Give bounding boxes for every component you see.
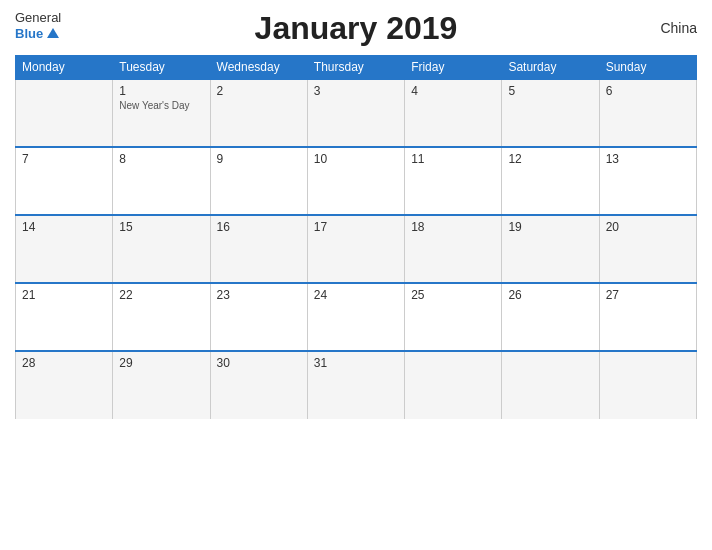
calendar-week-row: 21222324252627	[16, 283, 697, 351]
calendar-day-cell	[16, 79, 113, 147]
calendar-day-cell: 17	[307, 215, 404, 283]
day-number: 7	[22, 152, 106, 166]
header-friday: Friday	[405, 56, 502, 80]
day-number: 16	[217, 220, 301, 234]
header-sunday: Sunday	[599, 56, 696, 80]
header-monday: Monday	[16, 56, 113, 80]
calendar-day-cell: 31	[307, 351, 404, 419]
calendar-day-cell: 30	[210, 351, 307, 419]
day-number: 21	[22, 288, 106, 302]
day-number: 15	[119, 220, 203, 234]
header-wednesday: Wednesday	[210, 56, 307, 80]
calendar-day-cell	[502, 351, 599, 419]
calendar-day-cell: 26	[502, 283, 599, 351]
calendar-week-row: 78910111213	[16, 147, 697, 215]
calendar-day-cell: 29	[113, 351, 210, 419]
calendar-day-cell: 25	[405, 283, 502, 351]
calendar-day-cell: 24	[307, 283, 404, 351]
logo: General Blue	[15, 10, 61, 41]
day-number: 23	[217, 288, 301, 302]
calendar-day-cell: 23	[210, 283, 307, 351]
header-tuesday: Tuesday	[113, 56, 210, 80]
day-number: 26	[508, 288, 592, 302]
day-number: 25	[411, 288, 495, 302]
day-number: 1	[119, 84, 203, 98]
day-number: 5	[508, 84, 592, 98]
calendar-day-cell: 12	[502, 147, 599, 215]
country-label: China	[660, 20, 697, 36]
calendar-day-cell: 10	[307, 147, 404, 215]
day-number: 20	[606, 220, 690, 234]
calendar-day-cell: 20	[599, 215, 696, 283]
day-number: 31	[314, 356, 398, 370]
calendar-day-cell: 2	[210, 79, 307, 147]
day-number: 22	[119, 288, 203, 302]
day-number: 6	[606, 84, 690, 98]
day-number: 28	[22, 356, 106, 370]
day-number: 8	[119, 152, 203, 166]
calendar-day-cell: 28	[16, 351, 113, 419]
logo-triangle-icon	[47, 28, 59, 38]
calendar-day-cell: 5	[502, 79, 599, 147]
day-number: 29	[119, 356, 203, 370]
calendar-table: Monday Tuesday Wednesday Thursday Friday…	[15, 55, 697, 419]
calendar-day-cell: 21	[16, 283, 113, 351]
calendar-day-cell: 1New Year's Day	[113, 79, 210, 147]
calendar-day-cell: 16	[210, 215, 307, 283]
weekday-header-row: Monday Tuesday Wednesday Thursday Friday…	[16, 56, 697, 80]
logo-blue-text: Blue	[15, 26, 59, 41]
calendar-week-row: 1New Year's Day23456	[16, 79, 697, 147]
day-number: 12	[508, 152, 592, 166]
calendar-week-row: 28293031	[16, 351, 697, 419]
day-number: 14	[22, 220, 106, 234]
calendar-day-cell	[405, 351, 502, 419]
calendar-day-cell: 15	[113, 215, 210, 283]
day-number: 2	[217, 84, 301, 98]
day-number: 19	[508, 220, 592, 234]
calendar-day-cell: 7	[16, 147, 113, 215]
calendar-day-cell: 18	[405, 215, 502, 283]
day-number: 3	[314, 84, 398, 98]
day-number: 13	[606, 152, 690, 166]
calendar-day-cell: 14	[16, 215, 113, 283]
day-number: 24	[314, 288, 398, 302]
day-number: 27	[606, 288, 690, 302]
calendar-day-cell: 19	[502, 215, 599, 283]
calendar-day-cell: 3	[307, 79, 404, 147]
calendar-day-cell	[599, 351, 696, 419]
day-number: 4	[411, 84, 495, 98]
day-number: 9	[217, 152, 301, 166]
calendar-day-cell: 27	[599, 283, 696, 351]
calendar-title: January 2019	[255, 10, 458, 47]
holiday-label: New Year's Day	[119, 100, 203, 111]
day-number: 10	[314, 152, 398, 166]
calendar-day-cell: 6	[599, 79, 696, 147]
calendar-day-cell: 9	[210, 147, 307, 215]
calendar-day-cell: 13	[599, 147, 696, 215]
calendar-day-cell: 22	[113, 283, 210, 351]
logo-general-text: General	[15, 10, 61, 26]
calendar-header: General Blue January 2019 China	[15, 10, 697, 47]
calendar-container: General Blue January 2019 China Monday T…	[0, 0, 712, 550]
header-thursday: Thursday	[307, 56, 404, 80]
day-number: 30	[217, 356, 301, 370]
calendar-week-row: 14151617181920	[16, 215, 697, 283]
calendar-day-cell: 11	[405, 147, 502, 215]
calendar-day-cell: 4	[405, 79, 502, 147]
day-number: 11	[411, 152, 495, 166]
calendar-day-cell: 8	[113, 147, 210, 215]
day-number: 18	[411, 220, 495, 234]
header-saturday: Saturday	[502, 56, 599, 80]
day-number: 17	[314, 220, 398, 234]
